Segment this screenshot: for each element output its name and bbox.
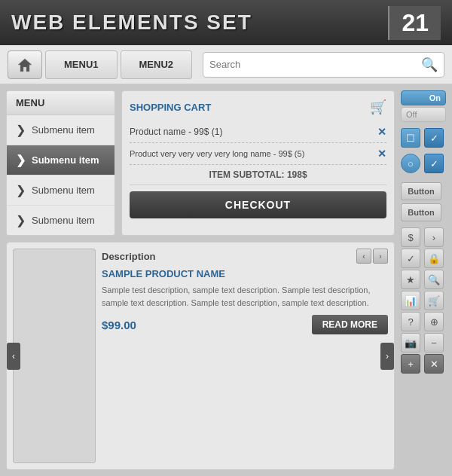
menu-title: MENU [7, 91, 115, 115]
check-icon-btn[interactable]: ✓ [401, 249, 420, 268]
cart-item-2: Product very very very very long name - … [130, 143, 386, 165]
close-icon-btn[interactable]: ✕ [424, 354, 444, 374]
cart-subtotal: ITEM SUBTOTAL: 198$ [130, 165, 386, 185]
center-panel: MENU ❯ Submenu item ❯ Submenu item ❯ Sub… [6, 90, 395, 470]
menu1-button[interactable]: MENU1 [45, 50, 118, 79]
header-number: 21 [388, 6, 441, 40]
menu-item-4[interactable]: ❯ Submenu item [7, 206, 115, 235]
star-icon-btn[interactable]: ★ [401, 270, 420, 289]
nav-arrows: ‹ › [356, 249, 388, 264]
checkbox-blue-1[interactable]: ☐ [401, 128, 420, 148]
radio-blue[interactable]: ○ [401, 154, 420, 173]
main-area: MENU ❯ Submenu item ❯ Submenu item ❯ Sub… [0, 84, 452, 476]
cart-remove-1[interactable]: ✕ [377, 126, 386, 138]
cart-item-1: Product name - 99$ (1) ✕ [130, 121, 386, 143]
question-icon-btn[interactable]: ? [401, 312, 420, 331]
product-price: $99.00 [102, 319, 136, 331]
home-button[interactable] [8, 50, 42, 79]
cart-remove-2[interactable]: ✕ [377, 148, 386, 160]
icon-grid-1: $ › ✓ 🔒 ★ 🔍 📊 🛒 ? ⊕ 📷 − + ✕ [401, 227, 446, 374]
bullet-icon-2: ❯ [16, 153, 26, 167]
bullet-icon-4: ❯ [16, 213, 26, 227]
minus-icon-btn[interactable]: − [424, 333, 444, 352]
prev-arrow[interactable]: ‹ [356, 249, 371, 264]
menu-item-1[interactable]: ❯ Submenu item [7, 115, 115, 145]
cart-section: SHOPPING CART 🛒 Product name - 99$ (1) ✕… [121, 90, 395, 236]
product-section: ‹ Description ‹ › SAMPLE PRODUCT NAME Sa… [6, 242, 395, 470]
product-inner: ‹ Description ‹ › SAMPLE PRODUCT NAME Sa… [7, 243, 394, 469]
menu-item-3[interactable]: ❯ Submenu item [7, 175, 115, 206]
product-info-header: Description ‹ › [102, 249, 388, 264]
checkbox-row-1: ☐ ✓ [401, 128, 446, 148]
checkbox-row-2: ○ ✓ [401, 154, 446, 173]
bullet-icon-1: ❯ [16, 123, 26, 137]
big-button-2[interactable]: Button [401, 203, 441, 221]
arrow-right-btn[interactable]: › [424, 227, 444, 247]
description-label: Description [102, 251, 156, 262]
search-bar: 🔍 [203, 52, 444, 78]
product-info: Description ‹ › SAMPLE PRODUCT NAME Samp… [102, 249, 388, 463]
big-button-1[interactable]: Button [401, 182, 441, 200]
menu2-button[interactable]: MENU2 [121, 50, 193, 79]
read-more-button[interactable]: READ MORE [312, 315, 388, 334]
carousel-right-button[interactable]: › [380, 343, 394, 370]
chart-icon-btn[interactable]: 📊 [401, 291, 420, 310]
checkbox-check-1[interactable]: ✓ [424, 128, 444, 148]
plus-icon-btn[interactable]: + [401, 354, 420, 374]
cart-header: SHOPPING CART 🛒 [130, 99, 386, 115]
nav-bar: MENU1 MENU2 🔍 [0, 45, 452, 84]
search-icon: 🔍 [421, 56, 438, 73]
dollar-icon-btn[interactable]: $ [401, 227, 420, 247]
top-row: MENU ❯ Submenu item ❯ Submenu item ❯ Sub… [6, 90, 395, 236]
toggle-on[interactable]: On [401, 90, 446, 105]
radio-check[interactable]: ✓ [424, 154, 444, 173]
cart-title: SHOPPING CART [130, 102, 211, 113]
camera-icon-btn[interactable]: 📷 [401, 333, 420, 352]
next-arrow[interactable]: › [373, 249, 388, 264]
toggle-group: On Off [401, 90, 446, 122]
bullet-icon-3: ❯ [16, 183, 26, 197]
lock-icon-btn[interactable]: 🔒 [424, 249, 444, 268]
product-name: SAMPLE PRODUCT NAME [102, 268, 388, 279]
checkout-button[interactable]: CHECKOUT [130, 191, 386, 218]
menu-section: MENU ❯ Submenu item ❯ Submenu item ❯ Sub… [6, 90, 115, 236]
rss-icon-btn[interactable]: ⊕ [424, 312, 444, 331]
product-image [13, 249, 96, 463]
right-panel: On Off ☐ ✓ ○ ✓ Button Button $ › ✓ 🔒 ★ 🔍… [401, 90, 446, 470]
menu-item-2[interactable]: ❯ Submenu item [7, 145, 115, 175]
search-icon-btn[interactable]: 🔍 [424, 270, 444, 289]
cart-icon-btn[interactable]: 🛒 [424, 291, 444, 310]
toggle-off[interactable]: Off [401, 107, 446, 122]
product-description: Sample test description, sample text des… [102, 284, 388, 309]
search-input[interactable] [209, 59, 421, 70]
carousel-left-button[interactable]: ‹ [7, 343, 20, 370]
cart-icon: 🛒 [370, 99, 386, 115]
header-title: WEB ELEMENTS SET [11, 11, 388, 35]
header: WEB ELEMENTS SET 21 [0, 0, 452, 45]
